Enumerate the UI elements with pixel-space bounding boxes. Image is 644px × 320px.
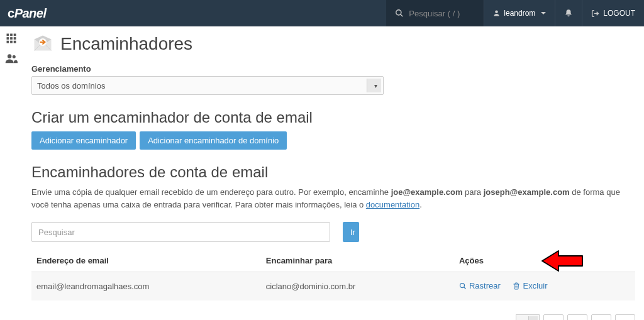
svg-rect-6 — [14, 34, 16, 36]
forwarders-icon — [31, 33, 54, 55]
domain-select[interactable]: Todos os domínios — [31, 76, 384, 95]
pager-last-button[interactable]: >> — [615, 314, 635, 321]
add-domain-forwarder-button[interactable]: Adicionar encaminhador de domínio — [140, 131, 287, 150]
svg-point-13 — [8, 54, 11, 58]
table-row: email@leandromagalhaes.com ciclano@domin… — [31, 272, 635, 301]
svg-rect-10 — [7, 41, 9, 43]
pager-first-button[interactable]: << — [543, 314, 564, 321]
page-header: Encaminhadores — [31, 33, 635, 55]
filter-input[interactable] — [31, 222, 330, 242]
svg-point-0 — [396, 10, 401, 15]
user-icon — [493, 9, 500, 17]
delete-button[interactable]: Excluir — [513, 281, 547, 290]
domain-select-wrap: Todos os domínios ▾ — [31, 76, 384, 95]
trace-button[interactable]: Rastrear — [459, 281, 501, 290]
management-label: Gerenciamento — [31, 64, 635, 74]
svg-rect-11 — [10, 41, 13, 43]
cell-actions: Rastrear Excluir — [454, 272, 635, 301]
svg-line-1 — [401, 14, 403, 17]
svg-rect-5 — [10, 34, 13, 36]
pager-next-button[interactable]: > — [591, 314, 611, 321]
chevron-down-icon — [541, 12, 546, 14]
users-icon[interactable] — [5, 53, 18, 64]
page-title: Encaminhadores — [60, 34, 192, 54]
create-heading: Criar um encaminhador de conta de email — [31, 109, 635, 126]
svg-point-16 — [460, 283, 464, 287]
pager-prev-button[interactable]: < — [567, 314, 587, 321]
svg-rect-7 — [7, 37, 9, 40]
svg-rect-8 — [10, 37, 13, 40]
pager: Tamanho da página 10 ▾ << < > >> — [31, 314, 635, 321]
annotation-arrow — [541, 248, 585, 273]
filter-go-button[interactable]: Ir — [343, 222, 359, 242]
svg-rect-9 — [14, 37, 16, 40]
global-search[interactable] — [386, 0, 484, 26]
svg-rect-4 — [7, 34, 9, 36]
user-menu[interactable]: leandrom — [484, 0, 555, 26]
cell-email: email@leandromagalhaes.com — [31, 272, 261, 301]
grid-icon[interactable] — [6, 33, 17, 44]
search-icon — [395, 9, 404, 18]
documentation-link[interactable]: documentation — [366, 200, 419, 209]
cpanel-logo: cPanel — [8, 6, 46, 21]
svg-point-2 — [496, 10, 499, 13]
col-email: Endereço de email — [31, 250, 261, 272]
list-description: Envie uma cópia de qualquer email recebi… — [31, 186, 635, 211]
page-size-select[interactable]: 10 — [516, 314, 540, 321]
col-forward-to: Encaminhar para — [261, 250, 454, 272]
logout-button[interactable]: LOGOUT — [582, 0, 644, 26]
main-content: Encaminhadores Gerenciamento Todos os do… — [23, 26, 644, 320]
filter-row: Ir — [31, 222, 635, 242]
username: leandrom — [504, 9, 535, 18]
add-forwarder-button[interactable]: Adicionar encaminhador — [31, 131, 136, 150]
page-size-select-wrap: 10 ▾ — [516, 314, 540, 321]
list-heading: Encaminhadores de conta de email — [31, 163, 635, 181]
create-buttons: Adicionar encaminhador Adicionar encamin… — [31, 131, 635, 150]
svg-point-14 — [13, 55, 16, 58]
sidebar — [0, 26, 23, 64]
logout-icon — [591, 9, 599, 18]
svg-line-17 — [464, 287, 465, 289]
trash-icon — [513, 282, 520, 290]
bell-icon — [564, 9, 573, 18]
notifications-button[interactable] — [555, 0, 582, 26]
cell-forward-to: ciclano@dominio.com.br — [261, 272, 454, 301]
search-icon — [459, 282, 467, 290]
svg-rect-12 — [14, 41, 16, 43]
topbar: cPanel leandrom LOGOUT — [0, 0, 644, 26]
logout-label: LOGOUT — [603, 9, 635, 18]
global-search-input[interactable] — [409, 9, 475, 18]
